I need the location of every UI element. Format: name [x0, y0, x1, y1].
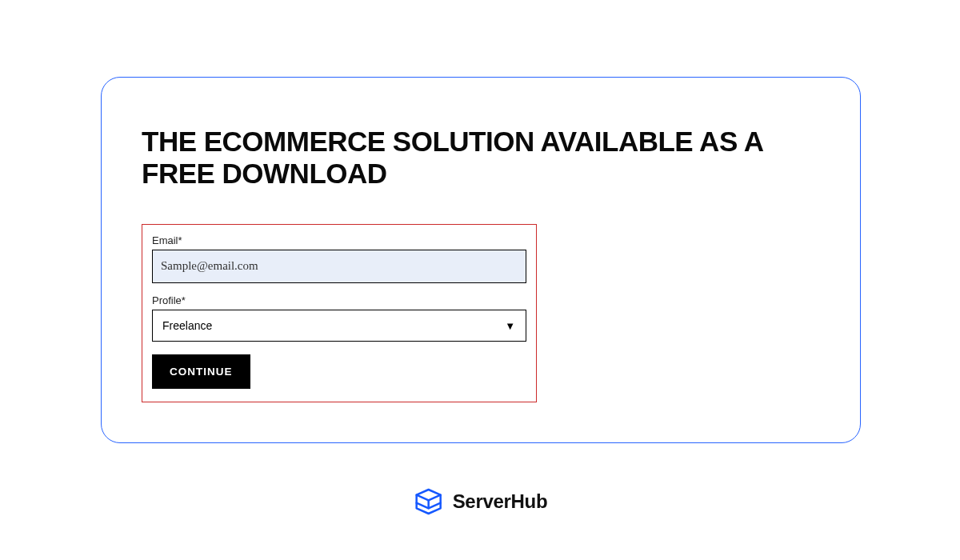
email-label: Email* [152, 234, 526, 246]
download-card: THE ECOMMERCE SOLUTION AVAILABLE AS A FR… [101, 77, 861, 443]
page-heading: THE ECOMMERCE SOLUTION AVAILABLE AS A FR… [142, 126, 820, 190]
serverhub-logo-icon [413, 486, 445, 518]
continue-button[interactable]: CONTINUE [152, 354, 250, 389]
profile-label: Profile* [152, 294, 526, 306]
email-input[interactable] [152, 250, 526, 283]
signup-form: Email* Profile* Freelance ▼ CONTINUE [142, 224, 537, 402]
footer-brand-text: ServerHub [453, 490, 548, 513]
profile-select[interactable]: Freelance [152, 310, 526, 342]
footer-brand: ServerHub [413, 486, 548, 518]
profile-select-wrap: Freelance ▼ [152, 310, 526, 342]
